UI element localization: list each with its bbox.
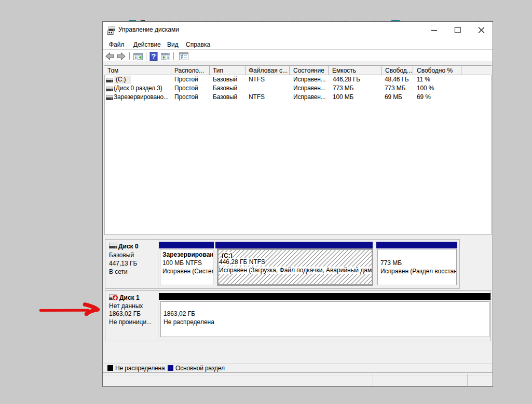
svg-text:?: ?	[152, 52, 156, 60]
